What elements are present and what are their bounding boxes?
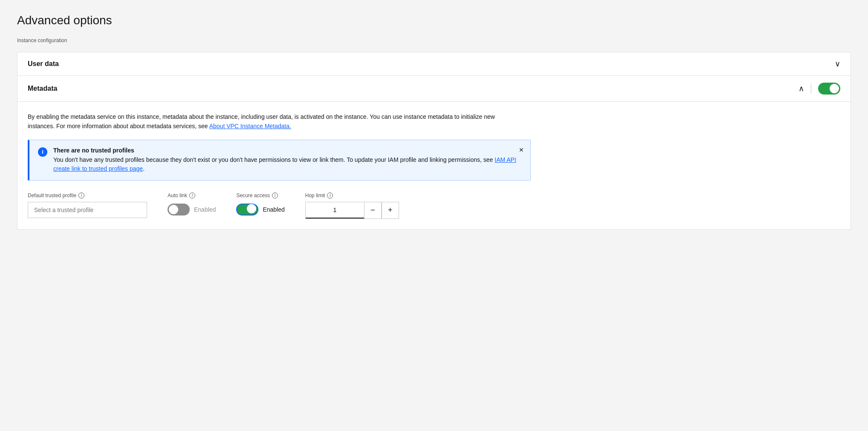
metadata-title: Metadata <box>28 85 57 92</box>
hop-limit-stepper: 1 − + <box>305 202 399 219</box>
hop-limit-info-icon: i <box>327 193 333 198</box>
secure-access-label: Secure access i <box>236 193 284 198</box>
hop-limit-field: Hop limit i 1 − + <box>305 193 399 219</box>
auto-link-label: Auto link i <box>168 193 216 198</box>
header-divider <box>811 83 811 94</box>
banner-content: There are no trusted profiles You don't … <box>53 147 522 173</box>
metadata-link[interactable]: About VPC Instance Metadata. <box>209 123 291 129</box>
metadata-description: By enabling the metadata service on this… <box>28 112 497 131</box>
auto-link-enabled-label: Enabled <box>194 206 216 213</box>
default-trusted-profile-label: Default trusted profile i <box>28 193 147 198</box>
banner-title: There are no trusted profiles <box>53 147 522 154</box>
hop-limit-label: Hop limit i <box>305 193 399 198</box>
hop-limit-value: 1 <box>306 202 364 218</box>
metadata-section-header: Metadata ∧ <box>17 76 851 102</box>
secure-access-info-icon: i <box>272 193 278 198</box>
metadata-toggle[interactable] <box>818 83 840 95</box>
secure-access-toggle-row: Enabled <box>236 204 284 216</box>
page-container: Advanced options Instance configuration … <box>0 0 868 431</box>
secure-access-field: Secure access i Enabled <box>236 193 284 216</box>
metadata-header-right: ∧ <box>799 83 840 95</box>
metadata-body: By enabling the metadata service on this… <box>17 102 851 229</box>
auto-link-info-icon: i <box>189 193 195 198</box>
user-data-section-header[interactable]: User data ∨ <box>17 52 851 76</box>
metadata-toggle-knob <box>830 84 839 93</box>
auto-link-toggle[interactable] <box>168 204 190 216</box>
hop-limit-decrease-button[interactable]: − <box>365 202 382 218</box>
hop-limit-increase-button[interactable]: + <box>382 202 399 218</box>
default-trusted-profile-field: Default trusted profile i <box>28 193 147 218</box>
fields-row: Default trusted profile i Auto link i <box>28 193 840 219</box>
breadcrumb: Instance configuration <box>17 37 851 43</box>
user-data-title: User data <box>28 60 59 68</box>
main-card: User data ∨ Metadata ∧ By enabling the m… <box>17 52 851 230</box>
auto-link-field: Auto link i Enabled <box>168 193 216 216</box>
trusted-profile-input[interactable] <box>28 202 147 218</box>
metadata-chevron-icon[interactable]: ∧ <box>799 84 804 93</box>
default-trusted-profile-info-icon: i <box>78 193 84 198</box>
banner-info-icon: i <box>38 147 47 157</box>
banner-close-button[interactable]: × <box>519 146 524 154</box>
auto-link-toggle-row: Enabled <box>168 204 216 216</box>
secure-access-enabled-label: Enabled <box>263 206 284 213</box>
info-banner: i There are no trusted profiles You don'… <box>28 140 531 181</box>
banner-text: You don't have any trusted profiles beca… <box>53 155 522 173</box>
auto-link-toggle-knob <box>169 205 178 214</box>
user-data-chevron-icon: ∨ <box>835 59 840 69</box>
page-title: Advanced options <box>17 14 851 27</box>
secure-access-toggle[interactable] <box>236 204 258 216</box>
